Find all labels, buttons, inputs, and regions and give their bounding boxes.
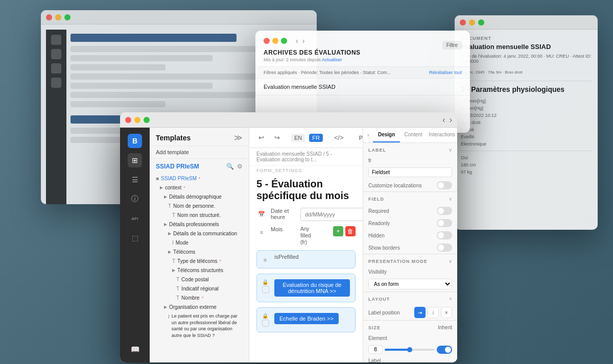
tree-item-6[interactable]: ▶ Détails de la communication [150, 229, 249, 238]
doc-values: 130 mm[Hg] 90 mm[Hg] 09/03/2022 10:12 Br… [461, 99, 592, 147]
doc-meta-item: 19 déc. 1945 · 76a 3m · Bras droit [461, 70, 523, 75]
label-section-header[interactable]: LABEL ∨ [363, 143, 457, 156]
tab-interactions[interactable]: Interactions [427, 128, 457, 142]
doc-value-row-7: Électronique [461, 141, 592, 147]
preview-btn[interactable]: Preview [359, 135, 363, 141]
tree-item-3[interactable]: T Nom de personne. [150, 202, 249, 211]
doc-minimize-dot [469, 19, 475, 26]
lang-row: fr [363, 156, 457, 165]
bg-row-2 [70, 55, 213, 61]
presentation-section-title: PRESENTATION MODE [368, 259, 428, 264]
tree-item-0[interactable]: ■ SSIAD PRIeSM * [150, 174, 249, 183]
layout-section-header[interactable]: LAYOUT × [363, 292, 457, 305]
show-borders-toggle[interactable] [437, 244, 452, 252]
required-toggle[interactable] [437, 207, 452, 215]
readonly-toggle[interactable] [437, 219, 452, 227]
main-body: B ⊞ ☰ ⓘ API ⬚ 📖 Templates ≫ Add template… [120, 128, 457, 362]
label-pos-left-btn[interactable]: ⇥ [414, 307, 426, 318]
lang-en-btn[interactable]: EN [291, 134, 305, 142]
doc-divider [461, 81, 592, 81]
archive-item[interactable]: Evaluation mensuelle SSIAD [255, 79, 470, 95]
form-section-title: 5 - Évaluation spécifique du mois [249, 174, 363, 208]
tree-icon-4: T [172, 212, 175, 219]
tree-item-10[interactable]: ▶ Télécoms structurés [150, 266, 249, 275]
mois-del-btn[interactable]: 🗑 [345, 226, 356, 236]
tree-text-9: Type de télécoms [177, 258, 217, 265]
nav-back-btn[interactable]: ‹ [442, 115, 445, 125]
sidebar-item-api[interactable]: API [128, 211, 142, 226]
templates-collapse-btn[interactable]: ≫ [234, 133, 243, 142]
tree-icon-13: T [176, 295, 179, 302]
tree-item-4[interactable]: T Nom non structuré. [150, 211, 249, 220]
sidebar-item-info[interactable]: ⓘ [128, 192, 142, 206]
archive-reset-button[interactable]: Réinitialiser tout [429, 70, 462, 75]
field-section-header[interactable]: FIELD ∨ [363, 192, 457, 205]
doc-value-row-9: 180 cm [461, 162, 592, 167]
link-btn-braden[interactable]: Echelle de Braden >> [274, 313, 339, 324]
archive-filter-text: Filtres appliqués · Période: Toutes les … [264, 70, 391, 75]
add-template-btn[interactable]: Add template [150, 146, 249, 159]
label-pos-right-btn[interactable]: × [441, 307, 452, 318]
tree-item-13[interactable]: T Nombre * [150, 294, 249, 303]
tree-arrow-10: ▶ [172, 268, 175, 273]
link-btn-denutrition[interactable]: Evaluation du risque de dénutrition MNA … [274, 279, 350, 297]
tree-item-12[interactable]: T Indicatif régional [150, 284, 249, 294]
checkbox-2[interactable] [262, 320, 269, 327]
archive-filter-button[interactable]: Filtre [442, 41, 462, 50]
archive-update-link[interactable]: Actualiser [322, 57, 342, 62]
tree-text-4: Nom non structuré. [177, 212, 221, 219]
tree-item-14[interactable]: ▶ Organisation externe [150, 303, 249, 312]
template-settings-icon[interactable]: ⚙ [237, 163, 243, 170]
hidden-toggle[interactable] [437, 231, 452, 239]
sidebar-item-templates[interactable]: ⊞ [128, 153, 142, 167]
checkbox-1[interactable] [262, 286, 269, 293]
customize-toggle[interactable] [437, 181, 452, 189]
hidden-label: Hidden [368, 233, 385, 238]
presentation-section-header[interactable]: PRESENTATION MODE ∨ [363, 254, 457, 267]
tree-item-2[interactable]: ▶ Détails démographique [150, 192, 249, 202]
main-close-dot[interactable] [125, 117, 131, 123]
doc-maximize-dot [478, 19, 484, 26]
sidebar-item-list[interactable]: ☰ [128, 173, 142, 187]
tree-arrow-2: ▶ [164, 194, 167, 200]
main-minimize-dot[interactable] [134, 117, 140, 123]
tree-text-1: context [165, 184, 181, 191]
date-field-input[interactable] [300, 208, 363, 221]
tree-item-1[interactable]: ▶ context * [150, 183, 249, 192]
element-size-control-row [363, 343, 457, 356]
size-section-header[interactable]: SIZE Inherit [363, 321, 457, 333]
template-search-icon[interactable]: 🔍 [226, 163, 234, 170]
mois-add-btn[interactable]: + [333, 226, 343, 236]
element-size-toggle[interactable] [437, 346, 452, 354]
bg-sidebar-icon-4 [51, 78, 61, 88]
right-panel-expand-btn[interactable]: › [363, 128, 373, 142]
archive-nav-forward[interactable]: › [302, 37, 305, 45]
sidebar-item-layout[interactable]: ⬚ [128, 231, 142, 245]
tab-design[interactable]: Design [373, 128, 399, 142]
visibility-select[interactable]: As on form [368, 279, 452, 289]
sidebar-logo: B [128, 134, 142, 148]
tree-item-5[interactable]: ▶ Détails professionnels [150, 220, 249, 229]
code-btn[interactable]: </> [331, 133, 347, 142]
sidebar-item-docs[interactable]: 📖 [128, 342, 142, 356]
fieldset-input[interactable] [368, 167, 452, 177]
undo-btn[interactable]: ↩ [255, 133, 267, 142]
label-pos-center-btn[interactable]: ↕ [428, 307, 439, 318]
tree-item-15[interactable]: I Le patient est pris en charge par un a… [150, 312, 249, 339]
tree-item-8[interactable]: ▶ Télécoms [150, 248, 249, 257]
redo-btn[interactable]: ↪ [271, 133, 283, 142]
doc-title: Evaluation mensuelle SSIAD [461, 43, 592, 52]
main-maximize-dot[interactable] [144, 117, 150, 123]
tree-item-7[interactable]: I Mode [150, 238, 249, 248]
tree-item-11[interactable]: T Code postal [150, 275, 249, 284]
form-toolbar: ↩ ↪ EN FR </> Preview Publish [249, 128, 363, 148]
archive-nav-back[interactable]: ‹ [296, 37, 298, 45]
nav-forward-btn[interactable]: › [450, 115, 452, 125]
element-size-slider[interactable] [385, 349, 435, 351]
layout-close-btn[interactable]: × [449, 296, 452, 302]
form-fields: 📅 Date etheure ≡ Mois Any filled (fr) + [249, 208, 363, 362]
element-size-input[interactable] [368, 345, 383, 354]
tab-content[interactable]: Content [400, 128, 427, 142]
tree-item-9[interactable]: T Type de télécoms * [150, 257, 249, 266]
lang-fr-btn[interactable]: FR [309, 134, 323, 142]
